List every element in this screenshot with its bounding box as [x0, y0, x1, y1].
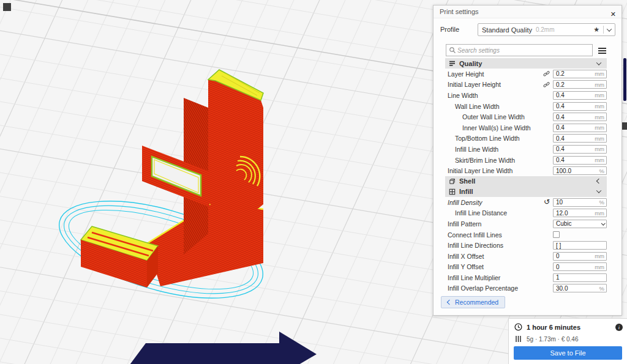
unit-label: mm [595, 70, 604, 77]
save-to-file-button[interactable]: Save to File [514, 346, 622, 360]
unit-label: mm [595, 253, 604, 259]
initial-layer-line-width-input[interactable] [554, 168, 606, 174]
material-icon [515, 335, 522, 343]
setting-row-infill-line-directions: Infill Line Directions [445, 240, 607, 251]
star-icon[interactable]: ★ [593, 26, 599, 34]
setting-row-infill-line-distance: Infill Line Distancemm [445, 208, 607, 219]
close-icon[interactable]: ✕ [610, 8, 616, 21]
unit-label: mm [595, 210, 604, 217]
unit-label: mm [595, 114, 604, 121]
inner-wall-s-line-width-field: mm [553, 124, 607, 132]
setting-label: Initial Layer Height [445, 81, 501, 88]
clock-icon [514, 323, 522, 331]
setting-label: Infill Line Width [445, 146, 498, 153]
setting-row-initial-layer-line-width: Initial Layer Line Width% [445, 165, 607, 176]
setting-label: Infill Line Distance [445, 209, 507, 217]
setting-row-skirt-brim-line-width: Skirt/Brim Line Widthmm [445, 155, 607, 166]
material-estimate: 5g · 1.73m · € 0.46 [527, 336, 579, 343]
settings-list: QualityLayer HeightmmInitial Layer Heigh… [445, 58, 607, 295]
setting-row-wall-line-width: Wall Line Widthmm [445, 101, 607, 112]
infill-icon [449, 188, 456, 195]
panel-title: Print settings [440, 8, 479, 15]
print-time: 1 hour 6 minutes [527, 324, 580, 331]
info-icon[interactable]: i [615, 324, 623, 331]
chevron-down-icon [607, 26, 612, 31]
initial-layer-line-width-field: % [553, 166, 607, 175]
setting-label: Infill Pattern [445, 220, 481, 228]
infill-density-input[interactable] [554, 199, 606, 206]
chevron-down-icon [596, 188, 601, 193]
setting-row-line-width: Line Widthmm [445, 90, 607, 101]
revert-icon[interactable]: ↺ [544, 198, 550, 206]
section-label: Shell [459, 177, 475, 185]
search-box[interactable] [446, 44, 593, 56]
setting-row-infill-density: Infill Density↺% [445, 197, 607, 208]
panel-header: Print settings ✕ [434, 6, 621, 18]
line-width-field: mm [553, 91, 607, 100]
link-icon [543, 70, 550, 77]
search-input[interactable] [456, 47, 590, 54]
chevron-left-icon [447, 300, 452, 305]
setting-label: Skirt/Brim Line Width [445, 157, 515, 164]
setting-row-outer-wall-line-width: Outer Wall Line Widthmm [445, 111, 607, 122]
section-header-infill[interactable]: Infill [445, 187, 607, 197]
setting-row-infill-pattern: Infill PatternCubic [445, 218, 607, 229]
recommended-button[interactable]: Recommended [441, 296, 505, 308]
section-label: Quality [459, 60, 482, 67]
profile-label: Profile [440, 26, 459, 33]
outer-wall-line-width-field: mm [553, 113, 607, 121]
profile-value: Standard Quality [482, 26, 532, 34]
unit-label: mm [595, 264, 604, 270]
setting-label: Line Width [445, 92, 478, 99]
section-header-quality[interactable]: Quality [445, 58, 607, 69]
setting-row-connect-infill-lines: Connect Infill Lines [445, 229, 607, 240]
layer-height-field: mm [553, 70, 607, 78]
infill-pattern-dropdown[interactable]: Cubic [553, 220, 607, 228]
setting-row-layer-height: Layer Heightmm [445, 69, 607, 80]
setting-row-initial-layer-height: Initial Layer Heightmm [445, 80, 607, 91]
print-settings-panel: Print settings ✕ Profile Standard Qualit… [433, 5, 622, 316]
top-bottom-line-width-field: mm [553, 134, 607, 143]
setting-label: Layer Height [445, 70, 484, 78]
infill-line-directions-field [553, 241, 607, 250]
setting-label: Connect Infill Lines [445, 231, 502, 239]
wall-line-width-field: mm [553, 102, 607, 111]
setting-row-infill-x-offset: Infill X Offsetmm [445, 251, 607, 262]
section-header-shell[interactable]: Shell [445, 176, 607, 187]
infill-line-multiplier-input[interactable] [554, 274, 606, 281]
infill-overlap-percentage-field: % [553, 284, 607, 292]
chevron-down-icon [596, 60, 601, 65]
infill-line-width-field: mm [553, 145, 607, 154]
unit-label: mm [595, 124, 604, 131]
link-icon [543, 81, 550, 88]
setting-label: Top/Bottom Line Width [445, 135, 520, 142]
chevron-left-icon [596, 179, 601, 184]
unit-label: mm [595, 81, 604, 88]
print-summary-panel: 1 hour 6 minutes i 5g · 1.73m · € 0.46 S… [508, 318, 627, 364]
recommended-label: Recommended [455, 299, 498, 306]
divider [603, 26, 604, 34]
unit-label: % [599, 168, 604, 174]
unit-label: mm [595, 92, 604, 98]
buildplate-corner-marker [622, 122, 627, 130]
infill-x-offset-field: mm [553, 252, 607, 261]
skirt-brim-line-width-field: mm [553, 156, 607, 165]
initial-layer-height-field: mm [553, 80, 607, 89]
setting-label: Infill Line Directions [445, 242, 503, 249]
dropdown-value: Cubic [554, 220, 602, 227]
menu-icon[interactable] [598, 46, 607, 55]
infill-line-directions-input[interactable] [554, 242, 606, 249]
setting-row-infill-line-width: Infill Line Widthmm [445, 144, 607, 155]
setting-label: Inner Wall(s) Line Width [445, 124, 531, 132]
application-window: Print settings ✕ Profile Standard Qualit… [0, 0, 627, 364]
scrollbar[interactable] [623, 58, 626, 101]
buildplate-corner-marker [3, 3, 11, 11]
connect-infill-lines-checkbox[interactable] [553, 231, 560, 238]
unit-label: % [599, 199, 604, 206]
setting-row-infill-y-offset: Infill Y Offsetmm [445, 262, 607, 273]
profile-dropdown[interactable]: Standard Quality 0.2mm ★ [478, 23, 615, 36]
infill-line-distance-field: mm [553, 209, 607, 217]
setting-label: Infill Y Offset [445, 263, 484, 270]
infill-overlap-percentage-input[interactable] [554, 285, 606, 292]
setting-label: Infill Overlap Percentage [445, 284, 518, 292]
